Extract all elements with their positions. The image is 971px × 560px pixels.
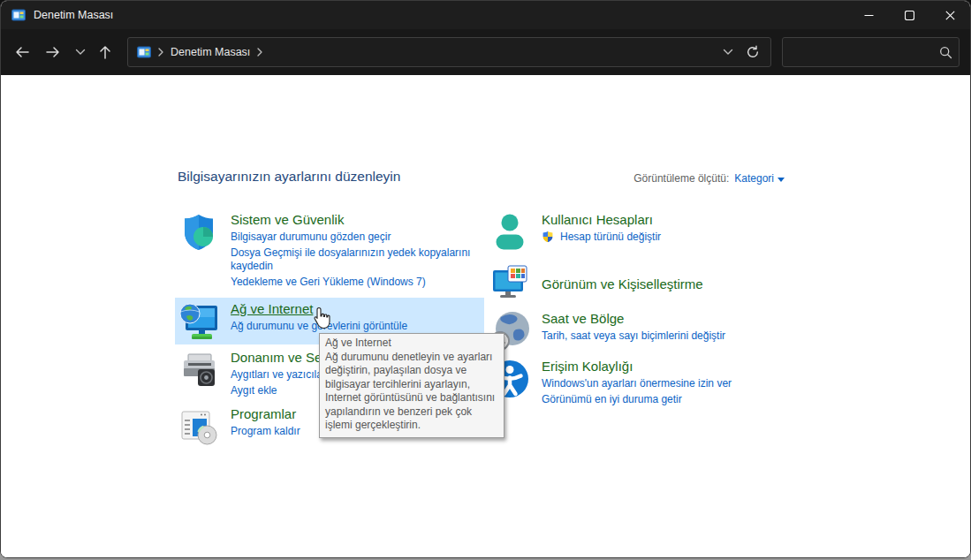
minimize-icon — [864, 11, 874, 20]
printer-speaker-icon — [178, 349, 220, 391]
category-link[interactable]: Hesap türünü değiştir — [542, 231, 798, 245]
minimize-button[interactable] — [848, 1, 889, 29]
uac-shield-icon — [542, 231, 556, 245]
view-by-dropdown[interactable]: Kategori — [734, 172, 785, 185]
category-link[interactable]: Dosya Geçmişi ile dosyalarınızın yedek k… — [231, 246, 487, 274]
personalization-monitor-icon — [489, 262, 531, 305]
up-button[interactable] — [93, 40, 118, 64]
forward-arrow-icon — [45, 45, 61, 59]
category-title[interactable]: Ağ ve Internet — [231, 300, 484, 317]
category-system-security[interactable]: Sistem ve Güvenlik Bilgisayar durumunu g… — [178, 211, 487, 291]
category-link[interactable]: Windows'un ayarları önermesine izin ver — [542, 377, 798, 391]
chevron-right-icon[interactable] — [256, 48, 263, 57]
category-title[interactable]: Erişim Kolaylığı — [542, 358, 798, 375]
control-panel-icon — [137, 45, 151, 59]
window-title: Denetim Masası — [34, 9, 848, 21]
forward-button[interactable] — [41, 40, 65, 64]
page-title: Bilgisayarınızın ayarlarını düzenleyin — [178, 169, 400, 185]
search-icon[interactable] — [939, 46, 952, 59]
tooltip-body: Ağ durumunu denetleyin ve ayarları değiş… — [325, 351, 498, 433]
category-title[interactable]: Sistem ve Güvenlik — [231, 211, 487, 228]
recent-locations-button[interactable] — [68, 40, 93, 64]
category-ease-of-access[interactable]: Erişim Kolaylığı Windows'un ayarları öne… — [489, 358, 798, 408]
hand-cursor-icon — [312, 306, 334, 334]
category-link[interactable]: Görünümü en iyi duruma getir — [542, 393, 798, 407]
up-arrow-icon — [98, 44, 112, 60]
back-button[interactable] — [10, 40, 34, 64]
view-by-control: Görüntüleme ölçütü: Kategori — [633, 172, 785, 185]
chevron-down-icon — [723, 49, 733, 56]
category-title[interactable]: Saat ve Bölge — [542, 310, 798, 327]
caret-down-icon — [778, 178, 785, 182]
maximize-icon — [905, 11, 914, 20]
close-icon — [945, 11, 955, 20]
category-link[interactable]: Yedekleme ve Geri Yükleme (Windows 7) — [231, 276, 487, 290]
category-title[interactable]: Görünüm ve Kişiselleştirme — [542, 276, 798, 292]
program-cd-icon — [178, 405, 220, 448]
back-arrow-icon — [14, 45, 30, 59]
search-input[interactable] — [783, 46, 939, 58]
category-link[interactable]: Ağ durumunu ve görevlerini görüntüle — [231, 320, 484, 334]
category-appearance-personalization[interactable]: Görünüm ve Kişiselleştirme — [489, 262, 798, 305]
category-link[interactable]: Bilgisayar durumunu gözden geçir — [231, 231, 487, 245]
content-area: Bilgisayarınızın ayarlarını düzenleyin G… — [1, 75, 970, 557]
search-box[interactable] — [782, 37, 960, 67]
chevron-down-icon — [75, 49, 86, 56]
category-clock-region[interactable]: Saat ve Bölge Tarih, saat veya sayı biçi… — [489, 310, 798, 352]
control-panel-window: Denetim Masası — [0, 0, 971, 558]
chevron-right-icon[interactable] — [157, 48, 164, 57]
network-monitor-icon — [178, 300, 220, 343]
control-panel-icon — [11, 8, 26, 22]
view-by-label: Görüntüleme ölçütü: — [633, 172, 729, 185]
category-title[interactable]: Kullanıcı Hesapları — [542, 211, 798, 228]
breadcrumb[interactable]: Denetim Masası — [171, 46, 250, 58]
user-icon — [489, 211, 531, 254]
category-user-accounts[interactable]: Kullanıcı Hesapları — [489, 211, 798, 254]
address-bar[interactable]: Denetim Masası — [127, 37, 771, 67]
refresh-button[interactable] — [740, 40, 765, 64]
category-link[interactable]: Tarih, saat veya sayı biçimlerini değişt… — [542, 329, 798, 344]
shield-icon — [178, 211, 220, 254]
tooltip-title: Ağ ve Internet — [325, 337, 498, 351]
maximize-button[interactable] — [889, 1, 929, 29]
close-button[interactable] — [929, 1, 970, 29]
tooltip: Ağ ve Internet Ağ durumunu denetleyin ve… — [319, 333, 504, 438]
navigation-bar: Denetim Masası — [1, 29, 970, 75]
address-dropdown-button[interactable] — [716, 40, 740, 64]
refresh-icon — [746, 45, 760, 59]
titlebar: Denetim Masası — [1, 1, 970, 29]
